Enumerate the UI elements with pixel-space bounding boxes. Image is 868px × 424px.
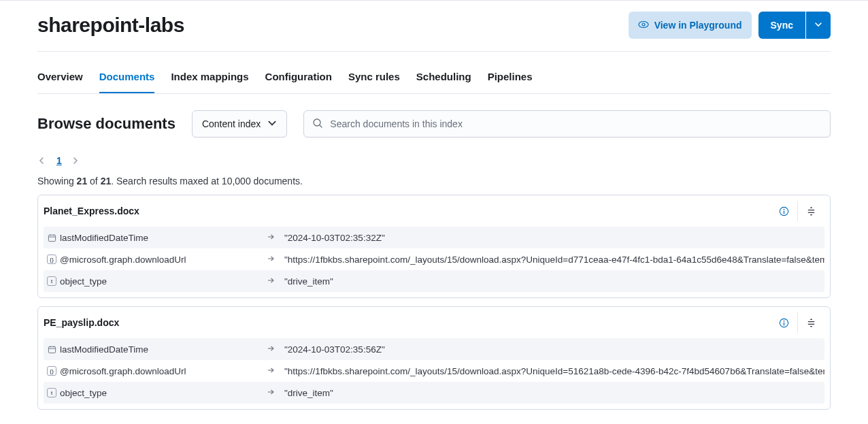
document-header: Planet_Express.docx (38, 195, 830, 227)
count-prefix: Showing (37, 176, 77, 186)
document-title: Planet_Express.docx (44, 206, 770, 216)
document-header: PE_payslip.docx (38, 307, 830, 338)
arrow-right-icon (257, 344, 284, 355)
field-name: @microsoft.graph.downloadUrl (60, 366, 257, 376)
page-number[interactable]: 1 (56, 155, 62, 166)
view-in-playground-label: View in Playground (654, 20, 742, 31)
field-value: "drive_item" (284, 276, 824, 287)
sync-dropdown-button[interactable] (806, 12, 831, 39)
browse-row: Browse documents Content index (37, 110, 831, 137)
svg-point-4 (783, 208, 784, 210)
field-type-icon (44, 345, 60, 354)
arrow-right-icon (257, 388, 284, 398)
field-name: object_type (60, 276, 257, 287)
sync-button-group: Sync (758, 12, 831, 39)
tab-documents[interactable]: Documents (99, 61, 155, 93)
result-count: Showing 21 of 21. Search results maxed a… (37, 176, 831, 186)
arrow-right-icon (257, 366, 284, 376)
field-name: lastModifiedDateTime (60, 344, 257, 355)
field-name: object_type (60, 388, 257, 398)
info-icon[interactable] (770, 201, 797, 221)
sync-button[interactable]: Sync (758, 12, 805, 39)
count-of: of (87, 176, 100, 186)
field-value: "drive_item" (284, 388, 824, 398)
document-actions (770, 201, 824, 221)
expand-icon[interactable] (797, 201, 824, 221)
content-index-label: Content index (202, 118, 261, 129)
field-value: "https://1fbkbs.sharepoint.com/_layouts/… (284, 366, 824, 376)
header-actions: View in Playground Sync (629, 12, 831, 39)
field-row: lastModifiedDateTime"2024-10-03T02:35:32… (44, 227, 824, 248)
chevron-down-icon (814, 20, 822, 31)
document-card: PE_payslip.docxlastModifiedDateTime"2024… (37, 306, 831, 410)
svg-point-0 (639, 21, 648, 27)
field-type-icon (44, 233, 60, 242)
chevron-down-icon (267, 118, 277, 130)
field-name: @microsoft.graph.downloadUrl (60, 255, 257, 265)
svg-rect-8 (48, 346, 55, 353)
document-body: lastModifiedDateTime"2024-10-03T02:35:56… (38, 338, 830, 409)
prev-page-button[interactable] (37, 156, 47, 165)
document-card: Planet_Express.docxlastModifiedDateTime"… (37, 195, 831, 298)
arrow-right-icon (257, 276, 284, 287)
field-row: {}@microsoft.graph.downloadUrl"https://1… (44, 248, 824, 270)
tabs: OverviewDocumentsIndex mappingsConfigura… (37, 61, 831, 94)
document-body: lastModifiedDateTime"2024-10-03T02:35:32… (38, 227, 830, 297)
page-title: sharepoint-labs (37, 14, 184, 37)
tab-overview[interactable]: Overview (37, 61, 83, 93)
count-suffix: . Search results maxed at 10,000 documen… (111, 176, 303, 186)
tab-configuration[interactable]: Configuration (265, 61, 332, 93)
field-row: tobject_type"drive_item" (44, 382, 824, 404)
svg-point-7 (783, 320, 784, 321)
svg-rect-5 (48, 235, 55, 241)
eye-icon (638, 19, 649, 32)
field-value: "2024-10-03T02:35:32Z" (284, 233, 824, 243)
svg-point-1 (642, 23, 645, 26)
field-value: "2024-10-03T02:35:56Z" (284, 344, 824, 355)
field-row: tobject_type"drive_item" (44, 270, 824, 292)
document-actions (770, 312, 824, 333)
pagination: 1 (37, 155, 831, 166)
page-header: sharepoint-labs View in Playground Sync (37, 12, 831, 52)
tab-pipelines[interactable]: Pipelines (488, 61, 533, 93)
field-type-icon: t (44, 388, 60, 397)
browse-title: Browse documents (37, 115, 176, 133)
content-index-select[interactable]: Content index (192, 110, 287, 137)
expand-icon[interactable] (797, 312, 824, 333)
field-row: lastModifiedDateTime"2024-10-03T02:35:56… (44, 338, 824, 360)
view-in-playground-button[interactable]: View in Playground (629, 12, 752, 39)
sync-label: Sync (771, 20, 793, 31)
count-shown: 21 (77, 176, 88, 186)
tab-index-mappings[interactable]: Index mappings (171, 61, 248, 93)
count-total: 21 (101, 176, 112, 186)
arrow-right-icon (257, 255, 284, 265)
documents-list: Planet_Express.docxlastModifiedDateTime"… (37, 195, 831, 410)
search-input[interactable] (330, 118, 822, 129)
tab-scheduling[interactable]: Scheduling (416, 61, 471, 93)
svg-point-2 (314, 119, 320, 126)
tab-sync-rules[interactable]: Sync rules (348, 61, 400, 93)
document-title: PE_payslip.docx (44, 317, 770, 328)
search-icon (312, 118, 323, 131)
next-page-button[interactable] (71, 156, 81, 165)
field-name: lastModifiedDateTime (60, 233, 257, 243)
field-row: {}@microsoft.graph.downloadUrl"https://1… (44, 360, 824, 382)
field-type-icon: {} (44, 255, 60, 264)
field-type-icon: t (44, 276, 60, 286)
arrow-right-icon (257, 233, 284, 243)
field-type-icon: {} (44, 366, 60, 376)
field-value: "https://1fbkbs.sharepoint.com/_layouts/… (284, 255, 824, 265)
search-box[interactable] (303, 110, 831, 137)
info-icon[interactable] (770, 312, 797, 333)
